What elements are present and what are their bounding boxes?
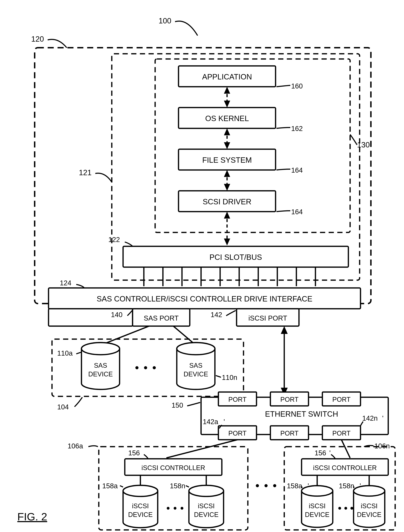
svg-point-28 bbox=[177, 343, 215, 355]
cyl-sas-1: SAS DEVICE bbox=[82, 343, 120, 389]
svg-text:': ' bbox=[308, 482, 309, 490]
svg-text:PORT: PORT bbox=[228, 396, 247, 403]
leader-120 bbox=[48, 39, 67, 48]
svg-point-61 bbox=[338, 507, 341, 510]
label-scsidriver: SCSI DRIVER bbox=[203, 197, 251, 206]
svg-point-43 bbox=[123, 485, 158, 496]
svg-text:iSCSI CONTROLLER: iSCSI CONTROLLER bbox=[313, 464, 377, 471]
ref-160: 160 bbox=[291, 82, 303, 90]
svg-point-22 bbox=[82, 343, 120, 355]
ref-158n: 158n bbox=[170, 482, 185, 490]
conn-port-ctrl-n bbox=[341, 440, 350, 458]
leader-156 bbox=[144, 455, 148, 459]
ref-124: 124 bbox=[60, 279, 71, 287]
leader-124 bbox=[76, 284, 84, 288]
leader-110a bbox=[76, 352, 82, 354]
ellipsis-sas bbox=[135, 366, 156, 369]
ref-142n: 142n bbox=[362, 414, 378, 422]
cyl-iscsi-a2: iSCSI DEVICE bbox=[189, 485, 224, 528]
ref-122: 122 bbox=[108, 236, 120, 243]
ref-150: 150 bbox=[172, 401, 183, 409]
svg-point-25 bbox=[135, 366, 139, 369]
svg-text:iSCSI: iSCSI bbox=[132, 502, 149, 510]
ref-120: 120 bbox=[31, 35, 44, 43]
cyl-iscsi-a1: iSCSI DEVICE bbox=[123, 485, 158, 528]
cyl-sas-2: SAS DEVICE bbox=[177, 343, 215, 389]
leader-158a bbox=[120, 486, 123, 487]
svg-text:iSCSI CONTROLLER: iSCSI CONTROLLER bbox=[141, 464, 205, 471]
ref-106n: 106n bbox=[374, 442, 390, 450]
cyl-iscsi-n2: iSCSI DEVICE bbox=[354, 486, 385, 527]
leader-121 bbox=[95, 173, 112, 182]
label-filesystem: FILE SYSTEM bbox=[202, 156, 252, 164]
ref-121: 121 bbox=[79, 168, 92, 177]
svg-text:PORT: PORT bbox=[332, 396, 351, 403]
svg-point-62 bbox=[344, 507, 347, 510]
ref-106a: 106a bbox=[68, 442, 83, 450]
svg-point-63 bbox=[350, 507, 353, 510]
leader-164a bbox=[277, 169, 290, 170]
svg-text:iSCSI: iSCSI bbox=[198, 502, 215, 510]
svg-text:DEVICE: DEVICE bbox=[128, 511, 152, 518]
ellipsis-groups bbox=[256, 484, 276, 487]
leader-122 bbox=[125, 242, 133, 246]
ref-142a: 142a bbox=[203, 418, 218, 425]
ref-156: 156 bbox=[128, 449, 140, 457]
svg-text:': ' bbox=[360, 482, 361, 490]
leader-130 bbox=[350, 135, 357, 145]
ref-110n: 110n bbox=[222, 374, 237, 381]
svg-point-54 bbox=[273, 484, 276, 487]
arrow-iscsi-switch bbox=[281, 326, 288, 396]
ref-104: 104 bbox=[57, 403, 69, 411]
leader-160 bbox=[277, 85, 290, 87]
ref-164a: 164 bbox=[291, 166, 303, 174]
svg-text:': ' bbox=[224, 418, 225, 425]
ref-130: 130 bbox=[357, 141, 370, 149]
conn-sasport-dev1 bbox=[101, 326, 149, 345]
svg-point-64 bbox=[354, 486, 385, 496]
ref-100: 100 bbox=[158, 16, 171, 25]
label-oskernel: OS KERNEL bbox=[205, 114, 249, 123]
leader-164b bbox=[277, 211, 290, 212]
svg-marker-11 bbox=[224, 238, 230, 245]
svg-text:': ' bbox=[382, 414, 384, 422]
diagram-canvas: 100 120 121 130 APPLICATION 160 OS KERNE… bbox=[0, 0, 404, 532]
svg-marker-1 bbox=[224, 87, 230, 94]
svg-text:PORT: PORT bbox=[280, 430, 299, 437]
svg-marker-10 bbox=[224, 212, 230, 218]
svg-text:PORT: PORT bbox=[332, 430, 351, 437]
svg-marker-2 bbox=[224, 101, 230, 108]
leader-150 bbox=[187, 402, 200, 406]
ref-156p: 156 bbox=[315, 449, 326, 457]
ref-140: 140 bbox=[111, 311, 123, 319]
leader-104 bbox=[75, 397, 82, 407]
ref-158ap: 158a bbox=[287, 482, 303, 490]
svg-text:DEVICE: DEVICE bbox=[305, 511, 329, 518]
svg-point-57 bbox=[302, 486, 333, 496]
leader-142 bbox=[226, 310, 236, 316]
label-pcislot: PCI SLOT/BUS bbox=[209, 253, 262, 261]
svg-marker-7 bbox=[224, 170, 230, 177]
leader-158n bbox=[186, 486, 189, 487]
leader-110n bbox=[216, 376, 221, 377]
svg-text:': ' bbox=[329, 449, 331, 457]
label-iscsiport: iSCSI PORT bbox=[248, 314, 287, 322]
svg-point-47 bbox=[174, 507, 177, 510]
ref-162: 162 bbox=[291, 125, 303, 132]
ref-158np: 158n bbox=[339, 482, 354, 490]
svg-text:DEVICE: DEVICE bbox=[194, 511, 218, 518]
sw-stack: APPLICATION 160 OS KERNEL 162 FILE SYSTE… bbox=[178, 66, 303, 216]
ellipsis-iscsi-a bbox=[167, 507, 183, 510]
ellipsis-iscsi-n bbox=[338, 507, 353, 510]
svg-text:DEVICE: DEVICE bbox=[357, 511, 381, 518]
svg-point-49 bbox=[189, 485, 224, 496]
leader-100 bbox=[175, 21, 198, 36]
conn-port-ctrl-a bbox=[166, 440, 237, 458]
svg-text:SAS: SAS bbox=[94, 362, 107, 369]
svg-point-52 bbox=[256, 484, 259, 487]
label-ethswitch: ETHERNET SWITCH bbox=[265, 410, 338, 418]
svg-point-26 bbox=[144, 366, 147, 369]
ref-142: 142 bbox=[211, 311, 222, 319]
ref-110a: 110a bbox=[57, 349, 73, 357]
svg-text:PORT: PORT bbox=[228, 430, 247, 437]
